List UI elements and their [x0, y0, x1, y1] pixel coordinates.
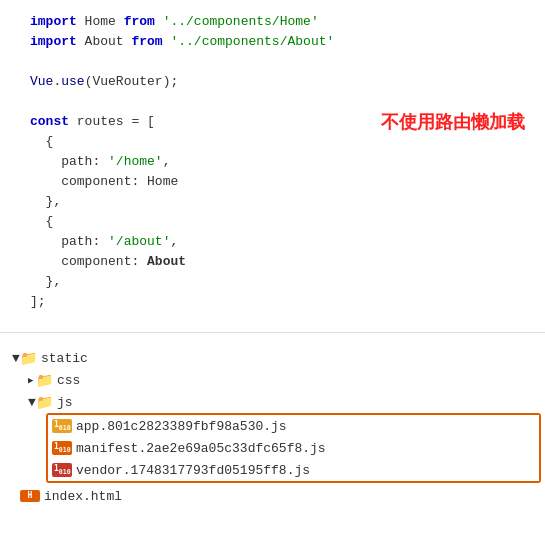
tree-item-js[interactable]: ▼ 📁 js	[12, 391, 545, 413]
app-js-icon: 1010	[52, 419, 72, 433]
code-line-9: component: Home	[0, 172, 545, 192]
tree-item-index-html-label: index.html	[44, 489, 122, 504]
tree-item-css[interactable]: ▶ 📁 css	[12, 369, 545, 391]
html-icon: H	[20, 490, 40, 502]
tree-item-vendor-js-label: vendor.1748317793fd05195ff8.js	[76, 463, 310, 478]
chevron-right-icon: ▶	[28, 375, 36, 386]
section-divider	[0, 332, 545, 333]
code-line-8: path: '/home',	[0, 152, 545, 172]
code-line-14-content: },	[30, 272, 545, 292]
code-line-11-content: {	[30, 212, 545, 232]
annotation-text: 不使用路由懒加载	[381, 112, 525, 132]
manifest-js-icon: 1010	[52, 441, 72, 455]
code-line-4: Vue.use(VueRouter);	[0, 72, 545, 92]
tree-item-app-js-label: app.801c2823389fbf98a530.js	[76, 419, 287, 434]
file-tree: ▼ 📁 static ▶ 📁 css ▼ 📁 js 1010 app.801c2…	[0, 341, 545, 546]
annotation-container: const routes = [ { path: '/home', compon…	[0, 112, 545, 312]
code-line-5	[0, 92, 545, 112]
code-line-15: ];	[0, 292, 545, 312]
code-line-12: path: '/about',	[0, 232, 545, 252]
tree-item-manifest-js[interactable]: 1010 manifest.2ae2e69a05c33dfc65f8.js	[48, 437, 539, 459]
js-folder-icon: 📁	[36, 394, 53, 411]
code-wrapper: import Home from '../components/Home' im…	[0, 12, 545, 312]
folder-icon: 📁	[20, 350, 37, 367]
code-line-5-content	[30, 92, 545, 112]
code-line-1-content: import Home from '../components/Home'	[30, 12, 545, 32]
code-line-9-content: component: Home	[30, 172, 545, 192]
tree-item-vendor-js[interactable]: 1010 vendor.1748317793fd05195ff8.js	[48, 459, 539, 481]
code-line-12-content: path: '/about',	[30, 232, 545, 252]
code-line-2-content: import About from '../components/About'	[30, 32, 545, 52]
code-editor: import Home from '../components/Home' im…	[0, 0, 545, 324]
code-line-13: component: About	[0, 252, 545, 272]
code-line-10: },	[0, 192, 545, 212]
code-line-7-content: {	[30, 132, 545, 152]
main-container: import Home from '../components/Home' im…	[0, 0, 545, 546]
code-line-11: {	[0, 212, 545, 232]
tree-item-js-label: js	[57, 395, 73, 410]
code-line-1: import Home from '../components/Home'	[0, 12, 545, 32]
code-line-3	[0, 52, 545, 72]
css-folder-icon: 📁	[36, 372, 53, 389]
highlighted-files-group: 1010 app.801c2823389fbf98a530.js 1010 ma…	[46, 413, 541, 483]
tree-item-css-label: css	[57, 373, 80, 388]
vendor-js-icon: 1010	[52, 463, 72, 477]
code-line-15-content: ];	[30, 292, 545, 312]
code-line-10-content: },	[30, 192, 545, 212]
tree-item-index-html[interactable]: H index.html	[12, 485, 545, 507]
code-line-4-content: Vue.use(VueRouter);	[30, 72, 545, 92]
code-line-8-content: path: '/home',	[30, 152, 545, 172]
code-line-14: },	[0, 272, 545, 292]
chevron-down-icon: ▼	[12, 351, 20, 366]
code-line-2: import About from '../components/About'	[0, 32, 545, 52]
tree-item-app-js[interactable]: 1010 app.801c2823389fbf98a530.js	[48, 415, 539, 437]
tree-item-manifest-js-label: manifest.2ae2e69a05c33dfc65f8.js	[76, 441, 326, 456]
code-line-7: {	[0, 132, 545, 152]
code-line-13-content: component: About	[30, 252, 545, 272]
code-line-3-content	[30, 52, 545, 72]
tree-item-static[interactable]: ▼ 📁 static	[12, 347, 545, 369]
js-folder-chevron-down-icon: ▼	[28, 395, 36, 410]
tree-item-static-label: static	[41, 351, 88, 366]
